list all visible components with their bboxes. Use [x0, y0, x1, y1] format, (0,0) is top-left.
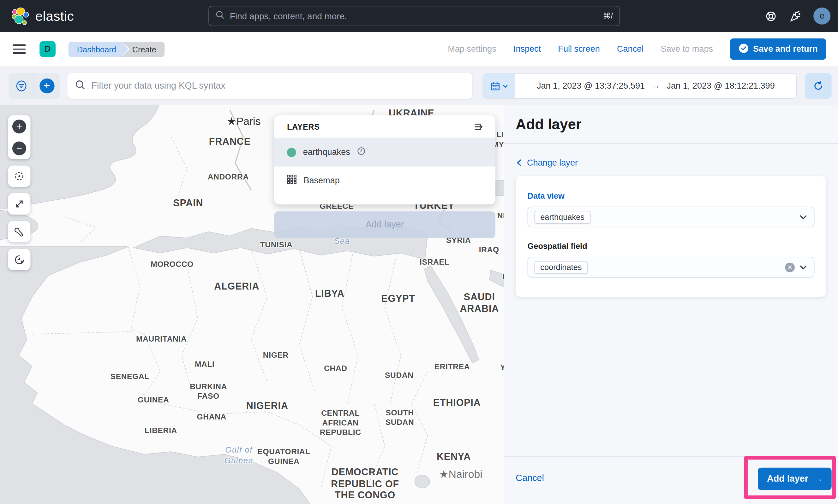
space-badge[interactable]: D: [39, 41, 55, 57]
clear-selection-icon[interactable]: ✕: [785, 263, 794, 272]
filter-controls: +: [8, 73, 60, 99]
search-icon: [75, 79, 86, 92]
data-view-label: Data view: [528, 191, 815, 200]
kql-search-bar[interactable]: [67, 73, 472, 99]
chevron-down-icon: [799, 263, 807, 272]
global-header: elastic ⌘/: [0, 0, 838, 32]
crosshair-icon: [13, 170, 25, 182]
save-to-maps-link[interactable]: Save to maps: [661, 44, 713, 54]
plus-icon: +: [39, 78, 54, 93]
collapse-layers-icon[interactable]: [473, 121, 485, 132]
date-quick-select[interactable]: [483, 74, 515, 98]
refresh-icon: [813, 81, 823, 91]
change-layer-link[interactable]: Change layer: [516, 158, 578, 167]
elastic-logo[interactable]: elastic: [12, 7, 74, 25]
global-search[interactable]: ⌘/: [208, 6, 620, 26]
full-screen-map-button[interactable]: [8, 193, 30, 215]
breadcrumb-dashboard[interactable]: Dashboard: [69, 41, 122, 57]
add-layer-button[interactable]: Add layer →: [758, 468, 832, 490]
chevron-left-icon: [516, 159, 523, 167]
app-toolbar: D Dashboard Create Map settings Inspect …: [0, 32, 838, 67]
clock-play-icon: [14, 254, 25, 265]
add-filter-button[interactable]: +: [34, 73, 59, 99]
add-layer-disabled-button[interactable]: Add layer: [274, 211, 495, 238]
map-settings-link[interactable]: Map settings: [448, 44, 496, 54]
map-canvas[interactable]: UKRAINE★ParisFRANCEANDORRASPAINGREECETUR…: [0, 105, 504, 504]
geospatial-field-label: Geospatial field: [528, 241, 815, 250]
set-view-button[interactable]: [8, 166, 30, 187]
geospatial-field-value: coordinates: [534, 261, 588, 274]
flyout-title: Add layer: [516, 116, 581, 133]
date-start[interactable]: Jan 1, 2023 @ 13:37:25.591: [537, 81, 645, 91]
news-feed-icon[interactable]: [789, 10, 802, 22]
check-circle-icon: [738, 43, 749, 55]
maps-app: elastic ⌘/: [0, 0, 838, 504]
calendar-icon: [490, 81, 500, 91]
search-icon: [215, 10, 225, 22]
layers-panel: LAYERS earthquakes: [274, 115, 495, 205]
layer-swatch: [287, 148, 296, 157]
timeslider-button[interactable]: [8, 249, 30, 270]
global-search-input[interactable]: [230, 11, 598, 21]
filter-icon[interactable]: [8, 73, 34, 99]
grid-icon: [287, 175, 296, 186]
add-layer-flyout: Add layer Change layer Data view earthqu…: [504, 105, 838, 504]
cancel-link[interactable]: Cancel: [617, 44, 644, 54]
layer-label: earthquakes: [303, 147, 350, 157]
product-name: elastic: [35, 8, 74, 24]
flyout-cancel-link[interactable]: Cancel: [516, 473, 544, 484]
help-icon[interactable]: [764, 10, 777, 22]
chevron-down-icon: [502, 83, 508, 89]
data-view-value: earthquakes: [534, 211, 591, 223]
zoom-out-button[interactable]: −: [12, 141, 26, 155]
chevron-down-icon: [799, 213, 807, 221]
inspect-link[interactable]: Inspect: [513, 44, 541, 54]
refresh-button[interactable]: [805, 73, 832, 99]
full-screen-link[interactable]: Full screen: [558, 44, 600, 54]
search-shortcut: ⌘/: [603, 11, 613, 21]
zoom-in-button[interactable]: +: [12, 119, 26, 133]
elastic-logo-icon: [12, 7, 30, 25]
data-view-select[interactable]: earthquakes: [528, 206, 815, 228]
geospatial-field-select[interactable]: coordinates ✕: [528, 257, 815, 277]
layers-title: LAYERS: [287, 122, 320, 131]
kql-input[interactable]: [91, 81, 465, 91]
layer-settings-card: Data view earthquakes Geospatial field c…: [516, 176, 826, 297]
wrench-icon: [14, 226, 25, 237]
menu-icon[interactable]: [13, 44, 26, 54]
map-tools: + −: [8, 115, 30, 276]
query-bar: + Jan 1, 2023: [0, 67, 838, 105]
tools-button[interactable]: [8, 221, 30, 242]
save-and-return-button[interactable]: Save and return: [730, 38, 826, 60]
time-filter-clock-icon: [357, 147, 366, 157]
user-avatar[interactable]: e: [814, 7, 831, 24]
layer-row-earthquakes[interactable]: earthquakes: [274, 138, 495, 166]
date-end[interactable]: Jan 1, 2023 @ 18:12:21.399: [667, 81, 775, 91]
arrow-right-icon: →: [814, 473, 823, 484]
layer-row-basemap[interactable]: Basemap: [274, 166, 495, 194]
breadcrumb: Dashboard Create: [69, 41, 165, 57]
expand-icon: [14, 199, 24, 210]
arrow-right-icon: →: [651, 81, 660, 91]
date-range-picker[interactable]: Jan 1, 2023 @ 13:37:25.591 → Jan 1, 2023…: [482, 73, 797, 99]
layer-label: Basemap: [304, 176, 339, 185]
